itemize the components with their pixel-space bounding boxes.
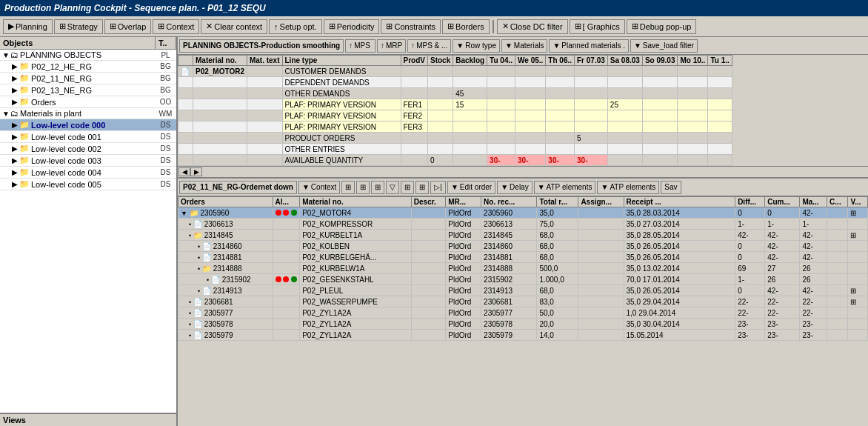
constraints-btn[interactable]: ⊞ Constraints	[381, 19, 441, 34]
main-layout: Objects T.. ▼ 🗂 PLANNING OBJECTS PL ▶ 📁 …	[0, 37, 868, 426]
context-btn[interactable]: ⊞ Context	[153, 19, 199, 34]
cell-al	[273, 207, 300, 219]
right-panel: PLANNING OBJECTS-Production smoothing ↑ …	[178, 37, 868, 426]
scroll-right-btn[interactable]: ▶	[190, 167, 202, 176]
lower-grid-row[interactable]: • 📁 2314888 P02_KURBELW1A PldOrd 2314888…	[178, 263, 868, 274]
cell-prodv: FER1	[401, 99, 427, 110]
cell-diff: 0	[735, 285, 765, 296]
tree-item[interactable]: ▶ 📁 Low-level code 000 DS	[0, 119, 176, 131]
cell-ma: 22-	[800, 296, 827, 307]
lower-grid-row[interactable]: • 📄 2315902 P02_GESENKSTAHL PldOrd 231	[178, 274, 868, 285]
tree-expander[interactable]: ▶	[10, 98, 19, 107]
tree-expander[interactable]: ▶	[10, 168, 19, 177]
tree-item[interactable]: ▶ 📁 P02_11_NE_RG BG	[0, 73, 176, 84]
overlap-btn[interactable]: ⊞ Overlap	[104, 19, 152, 34]
table-row[interactable]: PRODUCT ORDERS 5	[178, 133, 732, 144]
delay-btn[interactable]: ▼ Delay	[497, 181, 532, 194]
lower-grid-row[interactable]: • 📄 2305977 P02_ZYL1A2A PldOrd 2305977 5…	[178, 307, 868, 319]
tree-expander[interactable]: ▶	[10, 144, 19, 153]
close-dc-filter-btn[interactable]: ✕ Close DC filter	[497, 19, 568, 34]
debug-popup-btn[interactable]: ⊞ Debug pop-up	[627, 19, 697, 34]
periodicity-btn[interactable]: ⊞ Periodicity	[324, 19, 380, 34]
lower-grid-row[interactable]: • 📄 2314881 P02_KURBELGEHÄ... PldOrd 231…	[178, 252, 868, 263]
icons3-btn[interactable]: ⊞	[371, 181, 384, 194]
views-label: Views	[3, 416, 26, 425]
save-lower-btn[interactable]: Sav	[661, 181, 681, 194]
row-type-btn[interactable]: ▼ Row type	[453, 39, 500, 53]
table-row[interactable]: PLAF: PRIMARY VERSION FER1 15 25	[178, 99, 732, 110]
lower-grid-row[interactable]: • 📄 2306613 P02_KOMPRESSOR PldOrd 230661…	[178, 219, 868, 230]
lower-grid-row[interactable]: • 📄 2306681 P02_WASSERPUMPE PldOrd 23066…	[178, 296, 868, 307]
lower-grid-row[interactable]: • 📄 2305979 P02_ZYL1A2A PldOrd 2305979 1…	[178, 330, 868, 341]
clear-context-btn[interactable]: ✕ Clear context	[201, 19, 267, 34]
icons4-btn[interactable]: ▽	[386, 181, 399, 194]
planned-materials-btn[interactable]: ▼ Planned materials .	[549, 39, 629, 53]
tree-expander[interactable]: ▶	[10, 180, 19, 189]
setup-opt-btn[interactable]: ↑ Setup opt.	[269, 19, 322, 34]
table-row[interactable]: DEPENDENT DEMANDS	[178, 77, 732, 88]
mrp-btn[interactable]: ↑ MRP	[377, 39, 406, 53]
tree-item[interactable]: ▶ 📁 Orders OO	[0, 96, 176, 108]
cell-mat-text	[247, 77, 282, 88]
tree-expander[interactable]: ▶	[10, 62, 19, 71]
table-row[interactable]: PLAF: PRIMARY VERSION FER2	[178, 110, 732, 122]
icons2-btn[interactable]: ⊞	[356, 181, 370, 194]
atp-elements-btn[interactable]: ▼ ATP elements	[534, 181, 596, 194]
tree-expander[interactable]: ▶	[10, 74, 19, 83]
cell-tu1	[708, 155, 732, 166]
mps-mrp-btn[interactable]: ↑ MPS & ...	[407, 39, 451, 53]
icons5-btn[interactable]: ⊞	[401, 181, 414, 194]
table-row[interactable]: 📄 P02_MOTOR2 CUSTOMER DEMANDS	[178, 66, 732, 77]
lower-grid-row[interactable]: • 📁 2314845 P02_KURBELT1A PldOrd 2314845…	[178, 230, 868, 241]
planning-objects-btn[interactable]: PLANNING OBJECTS-Production smoothing	[179, 39, 344, 53]
tree-item[interactable]: ▶ 📁 P02_12_HE_RG BG	[0, 61, 176, 73]
tree-item[interactable]: ▼ 🗂 Materials in plant WM	[0, 108, 176, 119]
tree-item[interactable]: ▶ 📁 Low-level code 001 DS	[0, 131, 176, 143]
col-c: C...	[827, 197, 848, 207]
graphics-btn[interactable]: ⊞ [ Graphics	[570, 19, 625, 34]
tree-item[interactable]: ▶ 📁 Low-level code 004 DS	[0, 167, 176, 179]
table-row[interactable]: OTHER DEMANDS 45	[178, 88, 732, 99]
atp-elements2-btn[interactable]: ▼ ATP elements	[597, 181, 659, 194]
cell-tu1	[708, 88, 732, 99]
tree-expander[interactable]: ▼	[1, 50, 10, 59]
tree-item[interactable]: ▶ 📁 Low-level code 003 DS	[0, 155, 176, 167]
tree-expander[interactable]: ▼	[1, 109, 10, 118]
lower-grid-row[interactable]: • 📄 2314913 P02_PLEUL PldOrd 2314913 68,…	[178, 285, 868, 296]
tree-expander[interactable]: ▶	[10, 133, 19, 142]
tree-item[interactable]: ▶ 📁 Low-level code 005 DS	[0, 179, 176, 190]
cell-tu1	[708, 133, 732, 144]
icons6-btn[interactable]: ⊞	[415, 181, 429, 194]
lower-grid-row[interactable]: • 📄 2314860 P02_KOLBEN PldOrd 2314860 68…	[178, 241, 868, 252]
edit-order-btn[interactable]: ▼ Edit order	[447, 181, 495, 194]
lower-context-btn[interactable]: ▼ Context	[298, 181, 340, 194]
tree-node-icon: 📁	[19, 132, 30, 142]
cell-c	[827, 219, 848, 230]
tree-expander[interactable]: ▶	[10, 121, 19, 130]
row-icon	[178, 144, 193, 155]
table-row[interactable]: OTHER ENTRIES	[178, 144, 732, 155]
cell-assign	[578, 307, 624, 319]
table-row[interactable]: PLAF: PRIMARY VERSION FER3	[178, 122, 732, 133]
borders-btn[interactable]: ⊞ Borders	[442, 19, 490, 34]
col-cum: Cum...	[765, 197, 800, 207]
lower-grid-row[interactable]: • 📄 2305978 P02_ZYL1A2A PldOrd 2305978 2…	[178, 319, 868, 330]
icons-btn[interactable]: ⊞	[341, 181, 355, 194]
mps-btn[interactable]: ↑ MPS	[345, 39, 375, 53]
cell-line-type: DEPENDENT DEMANDS	[282, 77, 401, 88]
planning-btn[interactable]: ▶ Planning	[3, 19, 53, 34]
icons7-btn[interactable]: ▷|	[430, 181, 446, 194]
tree-expander[interactable]: ▶	[10, 86, 19, 95]
tree-item[interactable]: ▼ 🗂 PLANNING OBJECTS PL	[0, 50, 176, 61]
lower-grid-row[interactable]: ▼ 📁 2305960 P02_MOTOR4 PldOrd 2305960	[178, 207, 868, 219]
tree-expander[interactable]: ▶	[10, 156, 19, 165]
cell-total: 35,0	[537, 207, 578, 219]
table-row[interactable]: AVAILABLE QUANTITY 0 30- 30- 30- 30-	[178, 155, 732, 166]
strategy-btn[interactable]: ⊞ Strategy	[54, 19, 103, 34]
tree-item[interactable]: ▶ 📁 P02_13_NE_RG BG	[0, 84, 176, 96]
scroll-left-btn[interactable]: ◀	[178, 167, 190, 176]
materials-btn[interactable]: ▼ Materials	[501, 39, 547, 53]
save-load-filter-btn[interactable]: ▼ Save_load filter	[630, 39, 698, 53]
tree-item[interactable]: ▶ 📁 Low-level code 002 DS	[0, 143, 176, 155]
ordernet-btn[interactable]: P02_11_NE_RG-Ordernet down	[179, 181, 297, 194]
